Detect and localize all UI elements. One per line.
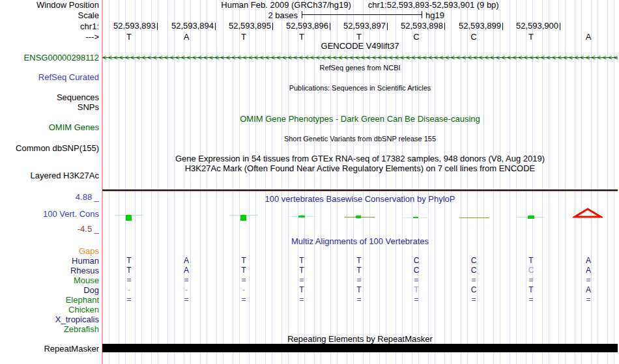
sequence-base: C <box>413 33 419 41</box>
gencode-gene-strand-arrows[interactable]: <<<<<<<<<<<<<<<<<<<<<<<<<<<<<<<<<<<<<<<<… <box>102 53 618 62</box>
multiz-cell: C <box>528 266 534 275</box>
omim-track-title: OMIM Gene Phenotypes - Dark Green Can Be… <box>102 115 618 123</box>
ruler-tick <box>157 23 158 30</box>
multiz-cell: = <box>126 276 131 285</box>
multiz-cell: T <box>241 266 246 275</box>
multiz-cell: T <box>299 286 304 294</box>
repeatmasker-label[interactable]: RepeatMasker <box>44 344 99 353</box>
multiz-species-zebrafish[interactable]: Zebrafish <box>64 325 99 333</box>
multiz-cell: C <box>471 266 477 275</box>
multiz-species-elephant[interactable]: Elephant <box>66 296 99 304</box>
ruler-tick <box>444 23 445 30</box>
multiz-cell: = <box>414 276 418 285</box>
ruler-position: 52,593,900 <box>487 21 558 30</box>
conservation-track-label[interactable]: 100 Vert. Cons <box>43 210 99 218</box>
layered-h3k27ac-label[interactable]: Layered H3K27Ac <box>30 171 99 180</box>
multiz-cell: = <box>471 276 476 285</box>
conservation-mark[interactable] <box>298 216 305 217</box>
common-dbsnp-label[interactable]: Common dbSNP(155) <box>16 144 99 152</box>
multiz-cell: T <box>528 257 533 265</box>
h3k27ac-track-title: H3K27Ac Mark (Often Found Near Active Re… <box>102 164 618 173</box>
multiz-cell: = <box>241 296 246 304</box>
sequence-base: T <box>356 33 362 41</box>
multiz-cell: - <box>242 286 245 294</box>
multiz-cell: = <box>299 276 304 285</box>
strand-arrow-label: ---> <box>85 33 99 41</box>
repeatmasker-track-title: Repeating Elements by RepeatMasker <box>102 335 618 343</box>
h3k27ac-signal-baseline[interactable] <box>102 189 618 191</box>
conservation-mark[interactable] <box>528 216 534 219</box>
multiz-cell: - <box>128 286 130 294</box>
repeatmasker-element-bar[interactable] <box>102 344 618 352</box>
ruler-tick <box>560 23 560 30</box>
multiz-cell: A <box>586 257 591 265</box>
multiz-cell: T <box>414 286 418 294</box>
refseq-track-title: RefSeq genes from NCBI <box>102 64 618 72</box>
omim-genes-label[interactable]: OMIM Genes <box>49 123 99 132</box>
ruler-tick <box>387 23 388 30</box>
publications-snps-label[interactable]: SNPs <box>78 103 99 111</box>
conservation-negative-arch-icon[interactable] <box>573 207 603 219</box>
multiz-species-gaps[interactable]: Gaps <box>79 247 99 255</box>
sequence-base: T <box>528 33 534 41</box>
conservation-mark[interactable] <box>126 215 132 221</box>
conservation-track-title: 100 vertebrates Basewise Conservation by… <box>102 195 618 203</box>
multiz-species-rhesus[interactable]: Rhesus <box>70 266 99 275</box>
multiz-cell: C <box>471 257 477 265</box>
sequence-base: T <box>126 33 132 41</box>
multiz-cell: = <box>528 296 533 304</box>
multiz-cell: = <box>126 296 131 304</box>
sequence-base: A <box>184 33 190 41</box>
publications-sequences-label[interactable]: Sequences <box>57 93 99 102</box>
ruler-tick <box>502 23 503 30</box>
window-position-label: Window Position <box>36 1 99 9</box>
conservation-mark[interactable] <box>459 217 489 218</box>
multiz-cell: = <box>471 296 476 304</box>
multiz-cell: = <box>356 296 361 304</box>
genome-browser-image: Window Position Scale chr1: ---> Human F… <box>0 0 619 364</box>
multiz-cell: C <box>471 286 477 294</box>
multiz-cell: = <box>586 296 590 304</box>
position-range: chr1:52,593,893-52,593,901 (9 bp) <box>368 1 499 9</box>
multiz-cell: T <box>299 266 304 275</box>
multiz-cell: T <box>356 257 361 265</box>
multiz-cell: T <box>528 286 533 294</box>
multiz-cell: A <box>586 286 591 294</box>
multiz-species-xtropicalis[interactable]: X_tropicalis <box>55 315 99 324</box>
conservation-mark[interactable] <box>356 216 361 218</box>
multiz-cell: A <box>184 257 189 265</box>
ruler-tick <box>272 23 273 30</box>
multiz-species-human[interactable]: Human <box>72 257 99 265</box>
scale-label: Scale <box>78 11 99 20</box>
multiz-cell: = <box>184 296 188 304</box>
multiz-cell: = <box>356 276 361 285</box>
multiz-cell: C <box>414 257 420 265</box>
sequence-base: A <box>586 33 592 41</box>
multiz-cell: = <box>299 296 304 304</box>
sequence-base: T <box>241 33 246 41</box>
conservation-min-value: -4.5 _ <box>78 225 99 233</box>
conservation-mark[interactable] <box>240 215 246 221</box>
assembly-name: Human Feb. 2009 (GRCh37/hg19) <box>221 1 351 9</box>
sequence-base: T <box>299 33 304 41</box>
multiz-cell: - <box>185 286 188 294</box>
multiz-species-chicken[interactable]: Chicken <box>68 305 99 314</box>
gtex-track-title: Gene Expression in 54 tissues from GTEx … <box>102 154 618 163</box>
gencode-gene-label[interactable]: ENSG00000298112 <box>24 53 99 62</box>
multiz-cell: T <box>356 266 361 275</box>
multiz-cell: T <box>299 257 304 265</box>
conservation-max-value: 4.88 _ <box>76 193 99 201</box>
multiz-species-dog[interactable]: Dog <box>83 286 99 294</box>
multiz-species-mouse[interactable]: Mouse <box>74 276 99 285</box>
refseq-curated-label[interactable]: RefSeq Curated <box>38 73 99 81</box>
ruler-tick <box>330 23 330 30</box>
gencode-track-title: GENCODE V49lift37 <box>102 42 618 50</box>
scale-bar <box>302 11 422 18</box>
multiz-cell: A <box>184 266 189 275</box>
conservation-mark[interactable] <box>413 217 418 218</box>
publications-track-title: Publications: Sequences in Scientific Ar… <box>102 84 618 92</box>
multiz-cell: T <box>126 266 131 275</box>
dbsnp-track-title: Short Genetic Variants from dbSNP releas… <box>102 135 618 143</box>
window-position-header: Human Feb. 2009 (GRCh37/hg19) chr1:52,59… <box>102 1 618 9</box>
sequence-base: C <box>470 33 476 41</box>
